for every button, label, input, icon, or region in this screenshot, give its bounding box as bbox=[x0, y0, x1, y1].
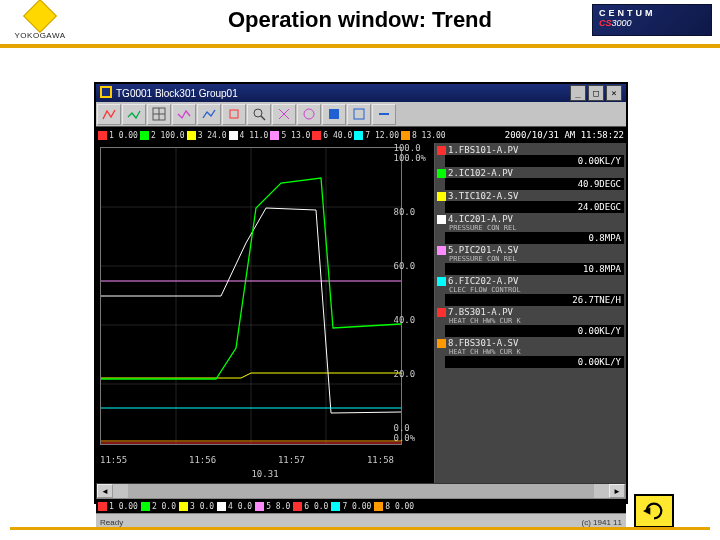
legend-value: 4 11.0 bbox=[240, 131, 269, 140]
app-icon bbox=[100, 86, 112, 100]
tag-row[interactable]: 8.FBS301-A.SVHEAT CH HW% CUR K0.00KL/Y bbox=[437, 338, 624, 368]
svg-line-7 bbox=[261, 116, 265, 120]
tag-value: 0.00KL/Y bbox=[445, 356, 624, 368]
tool-zoom-icon[interactable] bbox=[247, 104, 271, 125]
legend-swatch bbox=[141, 502, 150, 511]
tool-p1-icon[interactable] bbox=[272, 104, 296, 125]
tag-color-swatch bbox=[437, 215, 446, 224]
footer-rule bbox=[10, 527, 710, 530]
tag-value: 0.00KL/Y bbox=[445, 155, 624, 167]
close-button[interactable]: × bbox=[606, 85, 622, 101]
scroll-thumb[interactable] bbox=[128, 484, 594, 498]
scroll-left-button[interactable]: ◄ bbox=[97, 484, 113, 498]
tag-desc: PRESSURE CON REL bbox=[449, 255, 624, 263]
timestamp: 2000/10/31 AM 11:58:22 bbox=[505, 130, 624, 140]
legend-value: 6 40.0 bbox=[323, 131, 352, 140]
tool-b2-icon[interactable] bbox=[347, 104, 371, 125]
legend-item: 3 24.0 bbox=[187, 131, 227, 140]
tool-magenta-icon[interactable] bbox=[172, 104, 196, 125]
tag-name: 5.PIC201-A.SV bbox=[448, 245, 518, 255]
tag-name: 6.FIC202-A.PV bbox=[448, 276, 518, 286]
maximize-button[interactable]: □ bbox=[588, 85, 604, 101]
legend-swatch bbox=[98, 131, 107, 140]
svg-rect-1 bbox=[102, 88, 110, 96]
tag-name: 7.BS301-A.PV bbox=[448, 307, 513, 317]
legend-item: 2 0.0 bbox=[141, 502, 176, 511]
tag-row[interactable]: 6.FIC202-A.PVCLEC FLOW CONTROL26.7TNE/H bbox=[437, 276, 624, 306]
minimize-button[interactable]: _ bbox=[570, 85, 586, 101]
svg-point-8 bbox=[304, 109, 314, 119]
tool-green-icon[interactable] bbox=[122, 104, 146, 125]
tag-row[interactable]: 4.IC201-A.PVPRESSURE CON REL0.8MPA bbox=[437, 214, 624, 244]
legend-item: 8 0.00 bbox=[374, 502, 414, 511]
tool-red-icon[interactable] bbox=[97, 104, 121, 125]
tag-desc: HEAT CH HW% CUR K bbox=[449, 348, 624, 356]
legend-value: 2 0.0 bbox=[152, 502, 176, 511]
legend-swatch bbox=[374, 502, 383, 511]
tag-color-swatch bbox=[437, 308, 446, 317]
legend-item: 5 13.0 bbox=[270, 131, 310, 140]
legend-value: 1 0.00 bbox=[109, 502, 138, 511]
tag-name: 4.IC201-A.PV bbox=[448, 214, 513, 224]
legend-value: 3 0.0 bbox=[190, 502, 214, 511]
tag-desc: PRESSURE CON REL bbox=[449, 224, 624, 232]
legend-swatch bbox=[270, 131, 279, 140]
legend-value: 5 13.0 bbox=[281, 131, 310, 140]
tag-desc: CLEC FLOW CONTROL bbox=[449, 286, 624, 294]
tag-value: 0.8MPA bbox=[445, 232, 624, 244]
yokogawa-logo: YOKOGAWA bbox=[10, 4, 70, 40]
svg-rect-10 bbox=[354, 109, 364, 119]
legend-value: 4 0.0 bbox=[228, 502, 252, 511]
legend-top: 1 0.002 100.03 24.04 11.05 13.06 40.07 1… bbox=[96, 127, 626, 143]
scroll-right-button[interactable]: ► bbox=[609, 484, 625, 498]
legend-item: 3 0.0 bbox=[179, 502, 214, 511]
legend-item: 4 11.0 bbox=[229, 131, 269, 140]
x-axis-date: 10.31 bbox=[96, 469, 434, 479]
tag-name: 8.FBS301-A.SV bbox=[448, 338, 518, 348]
legend-item: 6 0.0 bbox=[293, 502, 328, 511]
tool-red2-icon[interactable] bbox=[222, 104, 246, 125]
tool-blue-icon[interactable] bbox=[197, 104, 221, 125]
scrollbar-horizontal[interactable]: ◄ ► bbox=[96, 483, 626, 499]
tag-value: 0.00KL/Y bbox=[445, 325, 624, 337]
tool-grid-icon[interactable] bbox=[147, 104, 171, 125]
legend-item: 6 40.0 bbox=[312, 131, 352, 140]
legend-swatch bbox=[217, 502, 226, 511]
tag-desc: HEAT CH HW% CUR K bbox=[449, 317, 624, 325]
status-right: (c) 1941 11 bbox=[582, 518, 622, 527]
y-axis-labels: 100.0100.0% 80.0 60.0 40.0 20.0 0.00.0% bbox=[393, 143, 426, 443]
toolbar bbox=[96, 102, 626, 127]
tag-value: 26.7TNE/H bbox=[445, 294, 624, 306]
legend-value: 7 12.00 bbox=[365, 131, 399, 140]
tag-row[interactable]: 7.BS301-A.PVHEAT CH HW% CUR K0.00KL/Y bbox=[437, 307, 624, 337]
legend-item: 1 0.00 bbox=[98, 131, 138, 140]
legend-swatch bbox=[293, 502, 302, 511]
trend-plot[interactable]: 100.0100.0% 80.0 60.0 40.0 20.0 0.00.0% … bbox=[96, 143, 435, 483]
tag-color-swatch bbox=[437, 192, 446, 201]
tag-value: 10.8MPA bbox=[445, 263, 624, 275]
legend-item: 5 8.0 bbox=[255, 502, 290, 511]
legend-item: 4 0.0 bbox=[217, 502, 252, 511]
tag-color-swatch bbox=[437, 246, 446, 255]
legend-item: 1 0.00 bbox=[98, 502, 138, 511]
tag-panel: 1.FBS101-A.PV0.00KL/Y2.IC102-A.PV40.9DEG… bbox=[435, 143, 626, 483]
tag-row[interactable]: 5.PIC201-A.SVPRESSURE CON REL10.8MPA bbox=[437, 245, 624, 275]
tag-name: 2.IC102-A.PV bbox=[448, 168, 513, 178]
return-button[interactable] bbox=[634, 494, 674, 528]
svg-rect-9 bbox=[329, 109, 339, 119]
tag-name: 1.FBS101-A.PV bbox=[448, 145, 518, 155]
tool-b1-icon[interactable] bbox=[322, 104, 346, 125]
legend-item: 2 100.0 bbox=[140, 131, 185, 140]
window-title: TG0001 Block301 Group01 bbox=[116, 88, 238, 99]
svg-rect-5 bbox=[230, 110, 238, 118]
tag-row[interactable]: 1.FBS101-A.PV0.00KL/Y bbox=[437, 145, 624, 167]
legend-swatch bbox=[331, 502, 340, 511]
slide-header: YOKOGAWA Operation window: Trend CENTUM … bbox=[0, 0, 720, 48]
window-titlebar[interactable]: TG0001 Block301 Group01 _ □ × bbox=[96, 84, 626, 102]
tool-p2-icon[interactable] bbox=[297, 104, 321, 125]
tag-row[interactable]: 3.TIC102-A.SV24.0DEGC bbox=[437, 191, 624, 213]
status-left: Ready bbox=[100, 518, 123, 527]
tool-b3-icon[interactable] bbox=[372, 104, 396, 125]
legend-value: 5 8.0 bbox=[266, 502, 290, 511]
tag-row[interactable]: 2.IC102-A.PV40.9DEGC bbox=[437, 168, 624, 190]
